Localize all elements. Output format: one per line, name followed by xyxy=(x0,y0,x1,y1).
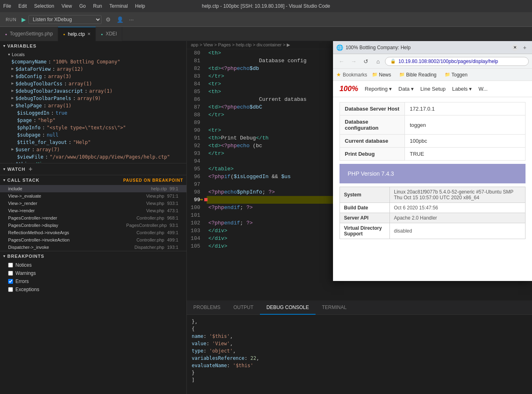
var-debugPanels[interactable]: ▶ $debugToolbarPanels : array(9) xyxy=(0,95,186,102)
menu-selection[interactable]: Selection xyxy=(31,2,57,10)
variables-header[interactable]: VARIABLES xyxy=(0,41,186,51)
bookmark-toggen[interactable]: 📁 Toggen xyxy=(441,71,471,78)
debug-config-select[interactable]: Listen for XDebug xyxy=(28,15,102,24)
php-file-icon: ⬥ xyxy=(5,32,7,36)
php-info-table: System Linux 20ac81f9077b 5.4.0-52-gener… xyxy=(340,187,526,239)
stack-frame-pages-display[interactable]: PagesController->display PagesController… xyxy=(0,222,186,229)
tab-help-ctp[interactable]: ⬥ help.ctp ✕ xyxy=(58,27,96,41)
bookmark-news[interactable]: 📁 News xyxy=(369,71,394,78)
var-debugCss[interactable]: ▶ $debugToolbarCss : array(1) xyxy=(0,80,186,87)
var-isLoggedIn[interactable]: $isLoggedIn : true xyxy=(0,109,186,117)
menu-terminal[interactable]: Terminal xyxy=(106,2,131,10)
nav-linesetup[interactable]: Line Setup xyxy=(420,86,445,92)
console-line-8: } xyxy=(192,369,527,377)
stack-frame-include[interactable]: include help.ctp 99:1 xyxy=(0,185,186,192)
xdei-icon: ⬥ xyxy=(101,32,103,36)
stack-frame-render2[interactable]: View->_render View.php 933:1 xyxy=(0,200,186,207)
nav-more[interactable]: W... xyxy=(478,86,487,92)
stack-frame-reflection[interactable]: ReflectionMethod->invokeArgs Controller.… xyxy=(0,229,186,236)
browser-close-button[interactable]: ✕ xyxy=(512,44,518,51)
forward-button[interactable]: → xyxy=(348,56,359,67)
address-bar[interactable]: 🔒 10.19.80.108:8002/100pbc/pages/display… xyxy=(385,57,529,66)
new-tab-button[interactable]: + xyxy=(521,44,529,52)
var-page[interactable]: $page : "help" xyxy=(0,117,186,124)
var-subpage[interactable]: $subpage : null xyxy=(0,131,186,139)
more-icon[interactable]: ··· xyxy=(128,15,136,24)
menu-view[interactable]: View xyxy=(58,2,75,10)
tab-debug-console[interactable]: DEBUG CONSOLE xyxy=(260,300,316,315)
folder-icon-toggen: 📁 xyxy=(445,72,450,77)
title-bar-menu: File Edit Selection View Go Run Terminal… xyxy=(0,0,148,12)
var-viewFile[interactable]: $viewFile : "/var/www/100pbc/app/View/Pa… xyxy=(0,153,186,161)
folder-icon-bible: 📁 xyxy=(399,72,405,77)
php-build-value: Oct 6 2020 15:47:56 xyxy=(390,203,526,213)
stack-fn-name: View->_evaluate xyxy=(8,194,41,198)
tab-close-button[interactable]: ✕ xyxy=(87,32,91,36)
nav-linesetup-label: Line Setup xyxy=(420,86,445,92)
stack-frame-invoke-action[interactable]: PagesController->invokeAction Controller… xyxy=(0,236,186,244)
php-file-icon-active: ⬥ xyxy=(63,32,65,36)
callstack-header[interactable]: CALL STACK PAUSED ON BREAKPOINT xyxy=(0,175,186,185)
console-line-4: value: 'View', xyxy=(192,340,527,347)
stack-fn-name2: View->_render xyxy=(8,201,37,206)
stack-frame-dispatcher[interactable]: Dispatcher->_invoke Dispatcher.php 193:1 xyxy=(0,244,186,251)
db-server-label: Database Server Host xyxy=(340,102,405,115)
tab-xdei[interactable]: ⬥ XDEI xyxy=(96,27,122,41)
nav-labels[interactable]: Labels ▾ xyxy=(452,86,472,92)
callstack-chevron xyxy=(3,178,6,182)
tab-toggen-settings[interactable]: ⬥ ToggenSettings.php xyxy=(0,27,58,41)
menu-edit[interactable]: Edit xyxy=(15,2,30,10)
back-button[interactable]: ← xyxy=(336,56,347,67)
breakpoint-notices[interactable]: Notices xyxy=(0,261,186,269)
current-db-label: Current database xyxy=(340,135,405,148)
locals-header[interactable]: Locals xyxy=(0,51,186,58)
breakpoint-warnings[interactable]: Warnings xyxy=(0,269,186,277)
php-vdir-value: disabled xyxy=(390,223,526,239)
var-dbConfig[interactable]: ▶ $dbConfig : array(3) xyxy=(0,73,186,80)
bottom-panel: PROBLEMS OUTPUT DEBUG CONSOLE TERMINAL }… xyxy=(187,300,532,394)
var-dataForView[interactable]: ▶ $dataForView : array(12) xyxy=(0,65,186,73)
tab-problems[interactable]: PROBLEMS xyxy=(187,300,227,315)
db-info-table: Database Server Host 172.17.0.1 Database… xyxy=(340,102,526,161)
nav-reporting[interactable]: Reporting ▾ xyxy=(365,86,392,92)
nav-data[interactable]: Data ▾ xyxy=(398,86,414,92)
stack-frame-render3[interactable]: View->render View.php 473:1 xyxy=(0,207,186,214)
watch-add-icon[interactable]: + xyxy=(29,166,33,172)
tab-output[interactable]: OUTPUT xyxy=(227,300,260,315)
menu-run[interactable]: Run xyxy=(90,2,105,10)
console-line-1: }, xyxy=(192,318,527,325)
var-debugJs[interactable]: ▶ $debugToolbarJavascript : array(1) xyxy=(0,87,186,95)
editor-tabs: ⬥ ToggenSettings.php ⬥ help.ctp ✕ ⬥ XDEI xyxy=(0,27,532,41)
var-companyName[interactable]: $companyName : "100% Bottling Company" xyxy=(0,58,186,65)
refresh-button[interactable]: ↺ xyxy=(361,56,371,67)
stack-frame-pages-render[interactable]: PagesController->render Controller.php 9… xyxy=(0,214,186,222)
exceptions-checkbox[interactable] xyxy=(8,287,13,292)
warnings-checkbox[interactable] xyxy=(8,271,13,276)
browser-content[interactable]: Database Server Host 172.17.0.1 Database… xyxy=(333,97,532,281)
bookmark-bible[interactable]: 📁 Bible Reading xyxy=(396,71,440,78)
tab-label-active: help.ctp xyxy=(68,31,85,37)
breakpoint-errors[interactable]: Errors xyxy=(0,277,186,285)
person-icon[interactable]: 👤 xyxy=(115,15,125,24)
stack-frame-evaluate[interactable]: View->_evaluate View.php 971:1 xyxy=(0,192,186,200)
stack-fn-name8: Dispatcher->_invoke xyxy=(8,245,49,250)
gear-icon[interactable]: ⚙ xyxy=(104,15,112,24)
notices-checkbox[interactable] xyxy=(8,263,13,268)
menu-help[interactable]: Help xyxy=(132,2,149,10)
menu-file[interactable]: File xyxy=(0,2,14,10)
var-titleLayout[interactable]: $title_for_layout : "Help" xyxy=(0,139,186,146)
watch-header[interactable]: WATCH + xyxy=(0,163,186,175)
db-config-value: toggen xyxy=(405,115,526,135)
breakpoints-header[interactable]: BREAKPOINTS xyxy=(0,251,186,261)
start-debug-button[interactable]: ▶ xyxy=(22,16,26,23)
debug-console-content[interactable]: }, { name: '$this', value: 'View', type:… xyxy=(187,315,532,394)
var-user[interactable]: ▶ $user : array(7) xyxy=(0,146,186,153)
home-button[interactable]: ⌂ xyxy=(373,56,383,67)
var-helpPage[interactable]: ▶ $helpPage : array(1) xyxy=(0,102,186,109)
menu-go[interactable]: Go xyxy=(76,2,89,10)
breakpoint-exceptions[interactable]: Exceptions xyxy=(0,285,186,294)
tab-terminal[interactable]: TERMINAL xyxy=(316,300,353,315)
var-phpInfo[interactable]: $phpInfo : "<style type=\"text/css\">" xyxy=(0,124,186,131)
errors-checkbox[interactable] xyxy=(8,279,13,284)
php-info-banner: PHP Version 7.4.3 xyxy=(340,164,526,183)
